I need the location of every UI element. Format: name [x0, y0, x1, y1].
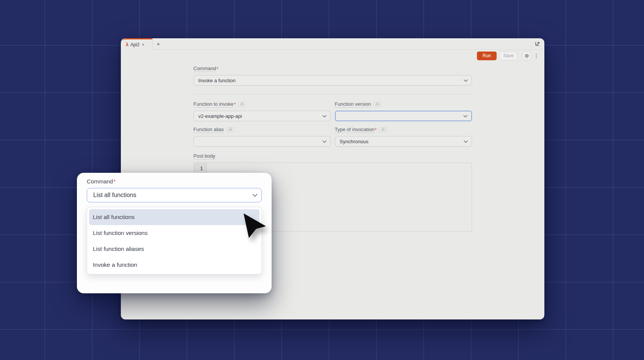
post-body-label: Post body	[194, 153, 472, 160]
command-select[interactable]: Invoke a function	[194, 75, 472, 86]
dropdown-option[interactable]: Invoke a function	[89, 257, 259, 273]
close-tab-icon[interactable]: ×	[142, 42, 144, 47]
chevron-down-icon	[464, 78, 468, 83]
field-function-to-invoke: Function to invoke*JS v2-example-app-api	[194, 101, 331, 121]
function-to-invoke-label: Function to invoke*JS	[194, 101, 331, 108]
save-button[interactable]: Save	[500, 52, 517, 60]
js-badge: JS	[227, 127, 234, 132]
js-badge: JS	[379, 127, 387, 132]
function-alias-label: Function aliasJS	[194, 127, 331, 133]
dropdown-list: List all functionsList function versions…	[87, 207, 262, 274]
lambda-icon: λ	[126, 42, 128, 47]
chevron-down-icon	[322, 113, 327, 119]
chevron-down-icon	[463, 113, 467, 119]
chevron-down-icon	[322, 139, 327, 144]
settings-gear-button[interactable]: ⚙	[522, 52, 531, 60]
run-button[interactable]: Run	[477, 52, 497, 60]
type-of-invocation-select[interactable]: Synchronous	[335, 136, 472, 147]
dropdown-option[interactable]: List function aliases	[89, 241, 259, 257]
new-tab-button[interactable]: +	[153, 38, 164, 49]
field-function-version: Function versionJS	[335, 101, 472, 121]
command-label: Command*	[194, 66, 472, 72]
kebab-icon: ⋮	[534, 53, 539, 59]
required-asterisk: *	[234, 102, 236, 107]
gear-icon: ⚙	[525, 53, 529, 59]
tab-bar: λ Api2 × +	[121, 38, 544, 50]
popup-command-select[interactable]: List all functions	[87, 188, 262, 202]
field-type-of-invocation: Type of invocation*JS Synchronous	[335, 127, 472, 147]
chevron-down-icon	[464, 139, 468, 144]
more-options-button[interactable]: ⋮	[533, 52, 539, 60]
tab-title: Api2	[130, 42, 139, 47]
dropdown-option[interactable]: List function versions	[89, 225, 259, 241]
function-version-label: Function versionJS	[335, 101, 472, 108]
js-badge: JS	[374, 102, 381, 107]
collapse-panel-icon[interactable]	[534, 40, 541, 47]
section-divider	[194, 94, 472, 94]
popup-command-label: Command*	[87, 178, 262, 185]
tab-api2[interactable]: λ Api2 ×	[123, 38, 153, 50]
type-of-invocation-label: Type of invocation*JS	[335, 127, 472, 133]
dropdown-option[interactable]: List all functions	[89, 209, 259, 225]
required-asterisk: *	[113, 178, 116, 185]
function-version-select[interactable]	[335, 111, 472, 121]
function-alias-select[interactable]	[194, 136, 331, 147]
command-dropdown-popup: Command* List all functions List all fun…	[77, 173, 272, 293]
function-to-invoke-select[interactable]: v2-example-app-api	[194, 111, 331, 121]
js-badge: JS	[238, 102, 246, 107]
required-asterisk: *	[216, 66, 218, 72]
line-number: 1	[194, 163, 206, 171]
chevron-down-icon	[252, 192, 258, 199]
query-toolbar: Run Save ⚙ ⋮	[121, 50, 544, 62]
field-function-alias: Function aliasJS	[194, 127, 331, 147]
required-asterisk: *	[375, 127, 377, 133]
